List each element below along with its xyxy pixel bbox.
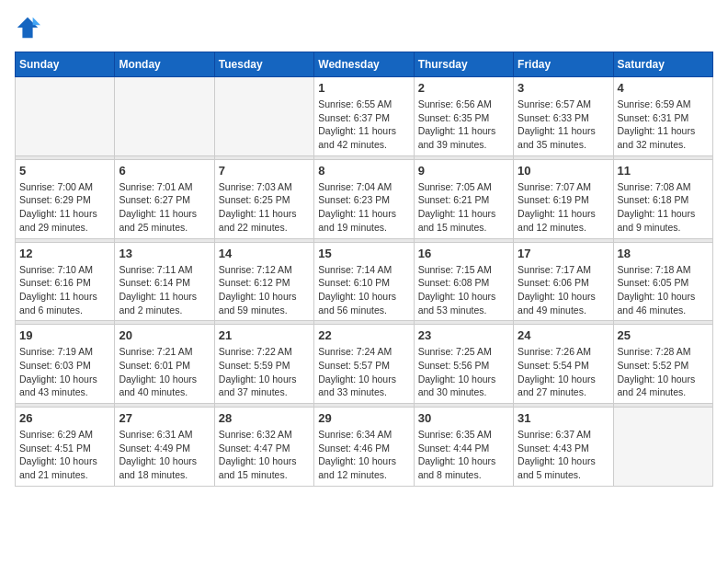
weekday-header: Sunday: [16, 52, 115, 77]
day-number: 14: [219, 247, 310, 260]
day-number: 16: [418, 247, 509, 260]
calendar-cell: [115, 77, 214, 156]
day-info: Sunrise: 7:00 AM Sunset: 6:29 PM Dayligh…: [19, 180, 110, 235]
calendar-cell: 4Sunrise: 6:59 AM Sunset: 6:31 PM Daylig…: [613, 77, 712, 156]
calendar-week-row: 5Sunrise: 7:00 AM Sunset: 6:29 PM Daylig…: [16, 159, 713, 238]
calendar-cell: 13Sunrise: 7:11 AM Sunset: 6:14 PM Dayli…: [115, 242, 214, 321]
day-number: 6: [119, 164, 210, 178]
calendar-cell: 28Sunrise: 6:32 AM Sunset: 4:47 PM Dayli…: [214, 408, 313, 487]
calendar-week-row: 19Sunrise: 7:19 AM Sunset: 6:03 PM Dayli…: [16, 325, 713, 404]
calendar-cell: 12Sunrise: 7:10 AM Sunset: 6:16 PM Dayli…: [16, 242, 115, 321]
day-info: Sunrise: 7:18 AM Sunset: 6:05 PM Dayligh…: [618, 263, 709, 317]
day-number: 3: [518, 81, 609, 95]
day-number: 27: [119, 411, 210, 425]
day-info: Sunrise: 7:05 AM Sunset: 6:21 PM Dayligh…: [418, 180, 509, 235]
calendar-cell: 31Sunrise: 6:37 AM Sunset: 4:43 PM Dayli…: [514, 408, 613, 487]
day-number: 30: [418, 411, 509, 425]
calendar-cell: 25Sunrise: 7:28 AM Sunset: 5:52 PM Dayli…: [613, 325, 712, 404]
day-info: Sunrise: 6:37 AM Sunset: 4:43 PM Dayligh…: [518, 428, 609, 482]
day-info: Sunrise: 6:35 AM Sunset: 4:44 PM Dayligh…: [418, 428, 509, 482]
day-number: 12: [19, 247, 110, 260]
calendar-cell: 15Sunrise: 7:14 AM Sunset: 6:10 PM Dayli…: [314, 242, 414, 321]
day-info: Sunrise: 7:07 AM Sunset: 6:19 PM Dayligh…: [518, 180, 609, 235]
calendar-cell: 29Sunrise: 6:34 AM Sunset: 4:46 PM Dayli…: [314, 408, 414, 487]
day-info: Sunrise: 7:21 AM Sunset: 6:01 PM Dayligh…: [119, 345, 210, 399]
day-info: Sunrise: 7:17 AM Sunset: 6:06 PM Dayligh…: [518, 263, 609, 317]
day-number: 26: [19, 411, 110, 425]
page-header: [15, 15, 713, 40]
day-number: 11: [618, 164, 709, 178]
day-number: 9: [418, 164, 509, 178]
calendar-cell: 30Sunrise: 6:35 AM Sunset: 4:44 PM Dayli…: [414, 408, 513, 487]
weekday-header: Thursday: [414, 52, 513, 77]
day-number: 8: [318, 164, 409, 178]
day-number: 18: [618, 247, 709, 260]
calendar-cell: [16, 77, 115, 156]
calendar-cell: 23Sunrise: 7:25 AM Sunset: 5:56 PM Dayli…: [414, 325, 513, 404]
day-number: 23: [418, 328, 509, 342]
day-info: Sunrise: 7:22 AM Sunset: 5:59 PM Dayligh…: [219, 345, 310, 399]
day-number: 20: [119, 328, 210, 342]
logo-icon: [15, 15, 40, 40]
day-info: Sunrise: 7:15 AM Sunset: 6:08 PM Dayligh…: [418, 263, 509, 317]
calendar-cell: 21Sunrise: 7:22 AM Sunset: 5:59 PM Dayli…: [214, 325, 313, 404]
day-info: Sunrise: 6:32 AM Sunset: 4:47 PM Dayligh…: [219, 428, 310, 482]
weekday-header: Friday: [514, 52, 613, 77]
day-number: 21: [219, 328, 310, 342]
day-info: Sunrise: 7:04 AM Sunset: 6:23 PM Dayligh…: [318, 180, 409, 235]
day-info: Sunrise: 7:10 AM Sunset: 6:16 PM Dayligh…: [19, 263, 110, 317]
day-number: 5: [19, 164, 110, 178]
day-info: Sunrise: 7:26 AM Sunset: 5:54 PM Dayligh…: [518, 345, 609, 399]
calendar-week-row: 26Sunrise: 6:29 AM Sunset: 4:51 PM Dayli…: [16, 408, 713, 487]
day-info: Sunrise: 6:55 AM Sunset: 6:37 PM Dayligh…: [318, 98, 409, 152]
day-info: Sunrise: 7:25 AM Sunset: 5:56 PM Dayligh…: [418, 345, 509, 399]
calendar-cell: 16Sunrise: 7:15 AM Sunset: 6:08 PM Dayli…: [414, 242, 513, 321]
day-info: Sunrise: 6:31 AM Sunset: 4:49 PM Dayligh…: [119, 428, 210, 482]
weekday-header: Monday: [115, 52, 214, 77]
weekday-header: Tuesday: [214, 52, 313, 77]
day-info: Sunrise: 6:57 AM Sunset: 6:33 PM Dayligh…: [518, 98, 609, 152]
day-info: Sunrise: 7:11 AM Sunset: 6:14 PM Dayligh…: [119, 263, 210, 317]
calendar-cell: 24Sunrise: 7:26 AM Sunset: 5:54 PM Dayli…: [514, 325, 613, 404]
day-info: Sunrise: 6:59 AM Sunset: 6:31 PM Dayligh…: [618, 98, 709, 152]
calendar-header-row: SundayMondayTuesdayWednesdayThursdayFrid…: [16, 52, 713, 77]
day-info: Sunrise: 7:19 AM Sunset: 6:03 PM Dayligh…: [19, 345, 110, 399]
calendar-cell: 2Sunrise: 6:56 AM Sunset: 6:35 PM Daylig…: [414, 77, 513, 156]
day-number: 17: [518, 247, 609, 260]
day-number: 22: [318, 328, 409, 342]
day-info: Sunrise: 7:14 AM Sunset: 6:10 PM Dayligh…: [318, 263, 409, 317]
logo: [15, 15, 44, 40]
day-info: Sunrise: 7:01 AM Sunset: 6:27 PM Dayligh…: [119, 180, 210, 235]
calendar-cell: 18Sunrise: 7:18 AM Sunset: 6:05 PM Dayli…: [613, 242, 712, 321]
calendar-cell: 14Sunrise: 7:12 AM Sunset: 6:12 PM Dayli…: [214, 242, 313, 321]
calendar-cell: 19Sunrise: 7:19 AM Sunset: 6:03 PM Dayli…: [16, 325, 115, 404]
calendar-week-row: 12Sunrise: 7:10 AM Sunset: 6:16 PM Dayli…: [16, 242, 713, 321]
day-info: Sunrise: 7:24 AM Sunset: 5:57 PM Dayligh…: [318, 345, 409, 399]
day-number: 25: [618, 328, 709, 342]
day-number: 1: [318, 81, 409, 95]
calendar-cell: 17Sunrise: 7:17 AM Sunset: 6:06 PM Dayli…: [514, 242, 613, 321]
calendar-table: SundayMondayTuesdayWednesdayThursdayFrid…: [15, 52, 713, 487]
calendar-cell: 10Sunrise: 7:07 AM Sunset: 6:19 PM Dayli…: [514, 159, 613, 238]
calendar-week-row: 1Sunrise: 6:55 AM Sunset: 6:37 PM Daylig…: [16, 77, 713, 156]
day-number: 15: [318, 247, 409, 260]
calendar-cell: 3Sunrise: 6:57 AM Sunset: 6:33 PM Daylig…: [514, 77, 613, 156]
day-number: 4: [618, 81, 709, 95]
calendar-cell: 8Sunrise: 7:04 AM Sunset: 6:23 PM Daylig…: [314, 159, 414, 238]
day-info: Sunrise: 7:03 AM Sunset: 6:25 PM Dayligh…: [219, 180, 310, 235]
calendar-cell: 7Sunrise: 7:03 AM Sunset: 6:25 PM Daylig…: [214, 159, 313, 238]
day-number: 2: [418, 81, 509, 95]
day-number: 31: [518, 411, 609, 425]
day-number: 7: [219, 164, 310, 178]
calendar-cell: 9Sunrise: 7:05 AM Sunset: 6:21 PM Daylig…: [414, 159, 513, 238]
day-info: Sunrise: 7:28 AM Sunset: 5:52 PM Dayligh…: [618, 345, 709, 399]
weekday-header: Saturday: [613, 52, 712, 77]
day-info: Sunrise: 7:08 AM Sunset: 6:18 PM Dayligh…: [618, 180, 709, 235]
day-number: 29: [318, 411, 409, 425]
calendar-cell: 27Sunrise: 6:31 AM Sunset: 4:49 PM Dayli…: [115, 408, 214, 487]
weekday-header: Wednesday: [314, 52, 414, 77]
calendar-cell: [613, 408, 712, 487]
day-number: 13: [119, 247, 210, 260]
svg-marker-1: [33, 17, 40, 25]
day-number: 28: [219, 411, 310, 425]
